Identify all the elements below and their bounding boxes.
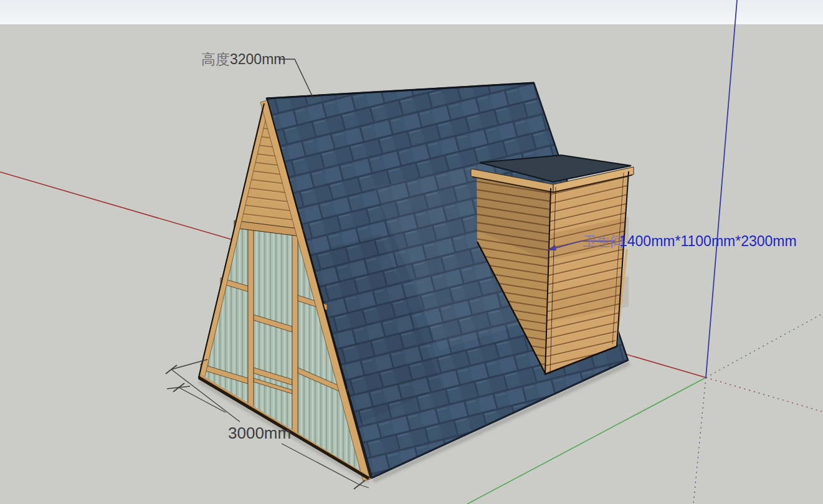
sketchup-viewport[interactable]: 3000mm 高度3200mm 卫生间 1400mm*1100mm*2300mm	[0, 0, 823, 504]
bathroom-annotation-label: 卫生间	[583, 234, 624, 249]
height-label-prefix: 高度	[201, 51, 230, 67]
sky-background	[0, 0, 823, 24]
height-annotation-text: 高度3200mm	[201, 51, 285, 67]
scene-svg: 3000mm 高度3200mm 卫生间 1400mm*1100mm*2300mm	[0, 0, 823, 504]
window-mullion	[292, 229, 298, 434]
height-label-value: 3200mm	[230, 51, 285, 67]
window-mullion	[248, 225, 254, 409]
width-dimension-text: 3000mm	[228, 424, 291, 442]
bathroom-annotation-dimensions: 1400mm*1100mm*2300mm	[619, 233, 797, 249]
